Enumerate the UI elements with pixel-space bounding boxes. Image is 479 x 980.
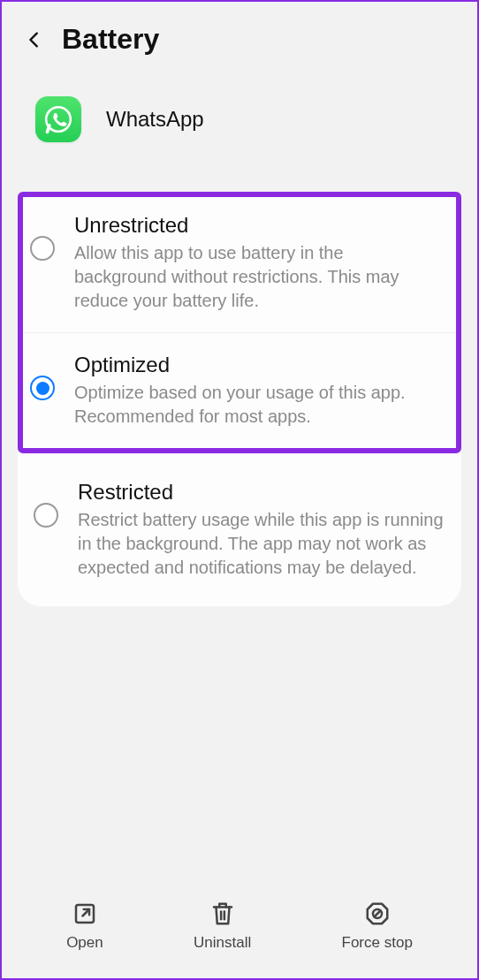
radio-restricted[interactable] <box>34 503 58 528</box>
force-stop-icon <box>364 900 391 927</box>
options-card: Unrestricted Allow this app to use batte… <box>18 192 461 606</box>
option-text: Restricted Restrict battery usage while … <box>78 480 445 580</box>
bottom-bar: Open Uninstall Force stop <box>2 879 477 978</box>
option-desc: Optimize based on your usage of this app… <box>74 381 440 429</box>
open-button[interactable]: Open <box>66 900 103 952</box>
uninstall-label: Uninstall <box>194 934 251 952</box>
radio-unrestricted[interactable] <box>30 236 55 261</box>
header: Battery <box>2 2 477 56</box>
option-restricted[interactable]: Restricted Restrict battery usage while … <box>18 457 461 606</box>
trash-icon <box>209 900 236 927</box>
option-desc: Restrict battery usage while this app is… <box>78 508 445 580</box>
option-text: Optimized Optimize based on your usage o… <box>74 353 440 429</box>
option-optimized[interactable]: Optimized Optimize based on your usage o… <box>23 332 456 448</box>
force-stop-button[interactable]: Force stop <box>342 900 413 952</box>
open-label: Open <box>66 934 103 952</box>
uninstall-button[interactable]: Uninstall <box>194 900 251 952</box>
back-icon[interactable] <box>25 27 44 52</box>
option-unrestricted[interactable]: Unrestricted Allow this app to use batte… <box>23 197 456 332</box>
app-name: WhatsApp <box>106 107 204 132</box>
radio-optimized[interactable] <box>30 376 55 400</box>
highlight-box: Unrestricted Allow this app to use batte… <box>18 192 461 453</box>
force-stop-label: Force stop <box>342 934 413 952</box>
option-title: Restricted <box>78 480 445 505</box>
whatsapp-icon <box>35 96 81 142</box>
open-icon <box>72 900 98 927</box>
option-title: Unrestricted <box>74 213 440 238</box>
option-desc: Allow this app to use battery in the bac… <box>74 241 440 313</box>
option-title: Optimized <box>74 353 440 377</box>
app-row: WhatsApp <box>2 56 477 142</box>
page-title: Battery <box>62 23 159 56</box>
svg-line-7 <box>374 911 380 917</box>
option-text: Unrestricted Allow this app to use batte… <box>74 213 440 313</box>
